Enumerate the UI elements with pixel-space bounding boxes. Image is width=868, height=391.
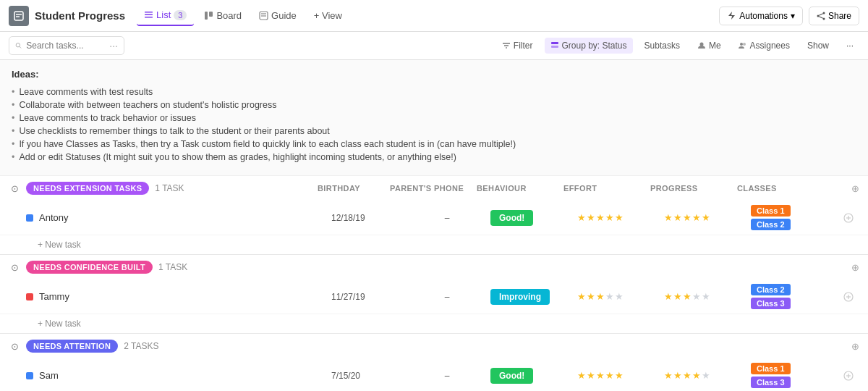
table-row: Antony 12/18/19 – Good! ★★★★★ ★★★★★ Clas… [0,201,868,235]
task-count-extension: 1 TASK [155,183,184,193]
progress-stars: ★★★★★ [664,370,710,381]
show-button[interactable]: Show [801,38,835,54]
col-header-effort: EFFORT [563,184,650,193]
svg-rect-3 [145,12,153,13]
svg-line-15 [819,16,822,17]
new-task-button[interactable]: + New task [38,240,859,250]
ideas-section: Ideas: Leave comments with test results … [0,60,868,176]
add-task-icon[interactable]: ⊕ [851,183,859,194]
add-row-icon[interactable] [843,371,854,381]
new-task-row: + New task [0,235,868,254]
status-group-header-attention[interactable]: ⊙ NEEDS ATTENTION 2 TASKS ⊕ [0,334,868,358]
add-task-icon[interactable]: ⊕ [851,262,859,273]
task-name[interactable]: Tammy [26,291,331,302]
status-badge-attention: NEEDS ATTENTION [26,340,118,353]
new-task-row: + New task [0,314,868,333]
add-row-icon[interactable] [843,292,854,302]
tab-list[interactable]: List 3 [137,5,194,26]
col-header-behaviour: BEHAVIOUR [477,184,563,193]
svg-rect-6 [205,12,208,20]
task-status-dot [26,214,33,222]
header-actions: Automations ▾ Share [719,7,859,25]
toolbar-actions: Filter Group by: Status Subtasks Me Assi… [496,38,859,54]
task-status-dot [26,372,33,379]
classes-cell: Class 1 Class 2 [751,205,838,230]
behaviour-cell: Good! [490,210,577,226]
me-icon [697,41,706,50]
effort-cell: ★★★★★ [577,291,664,302]
add-row-icon[interactable] [843,213,854,223]
ideas-list: Leave comments with test results Collabo… [12,85,856,164]
automations-button[interactable]: Automations ▾ [719,7,803,25]
svg-rect-21 [551,42,558,44]
effort-cell: ★★★★★ [577,370,664,381]
progress-cell: ★★★★★ [664,291,751,302]
assignees-button[interactable]: Assignees [733,38,796,54]
task-count-attention: 2 TASKS [124,341,158,351]
search-box[interactable]: ··· [9,36,124,55]
behaviour-badge: Improving [490,289,550,305]
tab-add-view[interactable]: + View [307,6,349,25]
task-name[interactable]: Antony [26,212,331,223]
row-actions[interactable] [838,292,859,302]
behaviour-cell: Improving [490,289,577,305]
svg-rect-7 [209,12,213,17]
status-group-confidence: ⊙ NEEDS CONFIDENCE BUILT 1 TASK ⊕ Tammy … [0,255,868,334]
more-options-button[interactable]: ··· [841,38,859,54]
status-group-attention: ⊙ NEEDS ATTENTION 2 TASKS ⊕ Sam 7/15/20 … [0,334,868,391]
parents-phone-cell: – [404,371,490,381]
list-item: If you have Classes as Tasks, then try a… [12,138,856,151]
tab-board[interactable]: Board [197,6,249,25]
svg-rect-22 [551,46,558,48]
add-task-icon[interactable]: ⊕ [851,341,859,352]
class-tag: Class 2 [751,219,791,230]
status-badge-extension: NEEDS EXTENSION TASKS [26,182,149,195]
list-item: Collaborate with between teachers on stu… [12,98,856,112]
me-button[interactable]: Me [692,38,727,54]
share-button[interactable]: Share [809,7,859,25]
class-tag: Class 1 [751,363,791,374]
subtasks-button[interactable]: Subtasks [639,38,686,54]
task-status-dot [26,293,33,300]
task-name[interactable]: Sam [26,370,331,381]
progress-stars: ★★★★★ [664,291,710,302]
filter-button[interactable]: Filter [496,38,539,54]
collapse-icon[interactable]: ⊙ [9,340,20,352]
group-icon [550,41,559,50]
class-tags: Class 1 Class 2 [751,205,791,230]
ideas-title: Ideas: [12,69,856,80]
app-header: Student Progress List 3 Board Guide + Vi… [0,0,868,32]
status-group-header-extension[interactable]: ⊙ NEEDS EXTENSION TASKS 1 TASK BIRTHDAY … [0,176,868,201]
effort-stars: ★★★★★ [577,370,624,381]
row-actions[interactable] [838,371,859,381]
page-icon [9,6,29,26]
collapse-icon[interactable]: ⊙ [9,261,20,273]
status-group-header-confidence[interactable]: ⊙ NEEDS CONFIDENCE BUILT 1 TASK ⊕ [0,255,868,279]
task-count-confidence: 1 TASK [158,262,187,272]
tab-guide[interactable]: Guide [252,6,304,25]
progress-stars: ★★★★★ [664,212,710,223]
birthday-cell: 11/27/19 [331,292,404,302]
search-input[interactable] [26,41,105,51]
task-list-content: ⊙ NEEDS EXTENSION TASKS 1 TASK BIRTHDAY … [0,176,868,391]
progress-cell: ★★★★★ [664,370,751,381]
parents-phone-cell: – [404,292,490,302]
effort-stars: ★★★★★ [577,291,624,302]
list-item: Use checklists to remember things to tal… [12,125,856,138]
class-tag: Class 3 [751,377,791,388]
search-icon [15,41,22,50]
list-item: Leave comments to track behavior or issu… [12,112,856,125]
collapse-icon[interactable]: ⊙ [9,182,20,194]
behaviour-badge: Good! [490,368,533,384]
new-task-button[interactable]: + New task [38,319,859,329]
search-more-icon: ··· [109,40,118,51]
table-row: Tammy 11/27/19 – Improving ★★★★★ ★★★★★ C… [0,279,868,314]
row-actions[interactable] [838,213,859,223]
group-by-button[interactable]: Group by: Status [545,38,633,54]
svg-rect-0 [14,12,23,20]
list-item: Add or edit Statuses (It might suit you … [12,151,856,164]
class-tags: Class 1 Class 3 [751,363,791,388]
svg-point-11 [822,12,825,14]
class-tag: Class 2 [751,284,791,295]
svg-point-23 [699,43,703,46]
